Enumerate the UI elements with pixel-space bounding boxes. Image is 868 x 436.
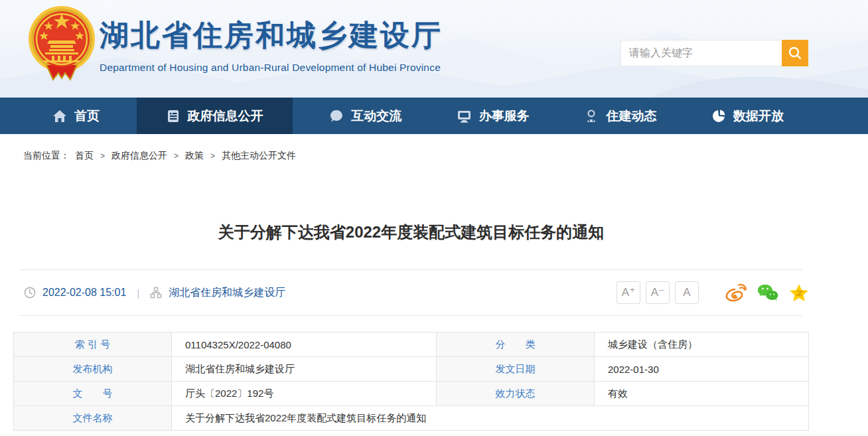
nav-item-home[interactable]: 首页 xyxy=(35,98,117,134)
nav-item-news[interactable]: 住建动态 xyxy=(566,98,674,134)
nav-item-label: 住建动态 xyxy=(606,108,656,125)
breadcrumb: 当前位置： 首页 > 政府信息公开 > 政策 > 其他主动公开文件 xyxy=(0,134,868,175)
site-subtitle: Department of Housing and Urban-Rural De… xyxy=(100,62,443,74)
search-icon xyxy=(788,46,802,60)
share-icons xyxy=(715,283,809,302)
article-source: 湖北省住房和城乡建设厅 xyxy=(169,286,285,300)
info-value-index-number: 01104325X/2022-04080 xyxy=(172,332,437,357)
info-label-index-number: 索 引 号 xyxy=(14,332,172,357)
table-row: 发布机构 湖北省住房和城乡建设厅 发文日期 2022-01-30 xyxy=(14,357,809,382)
search-button[interactable] xyxy=(782,40,808,66)
nav-item-interaction[interactable]: 互动交流 xyxy=(311,98,419,134)
info-label-issuing-agency: 发布机构 xyxy=(14,357,172,382)
meta-separator: | xyxy=(137,287,139,299)
nav-item-label: 首页 xyxy=(74,108,100,125)
info-value-doc-number: 厅头〔2022〕192号 xyxy=(172,382,437,406)
wechat-icon[interactable] xyxy=(757,283,778,302)
article-title: 关于分解下达我省2022年度装配式建筑目标任务的通知 xyxy=(13,222,809,243)
breadcrumb-item-other-docs[interactable]: 其他主动公开文件 xyxy=(222,150,296,162)
national-emblem-logo xyxy=(27,4,97,85)
nav-item-services[interactable]: 办事服务 xyxy=(439,98,547,134)
article-content: 关于分解下达我省2022年度装配式建筑目标任务的通知 2022-02-08 15… xyxy=(13,222,809,431)
info-label-validity-status: 效力状态 xyxy=(437,382,595,406)
search-input[interactable] xyxy=(620,40,782,66)
divider xyxy=(20,315,802,316)
site-header: 湖北省住房和城乡建设厅 Department of Housing and Ur… xyxy=(0,0,868,98)
weibo-icon[interactable] xyxy=(725,283,747,302)
person-badge-icon xyxy=(584,109,599,123)
breadcrumb-item-gov-info[interactable]: 政府信息公开 xyxy=(111,150,167,162)
article-meta-row: 2022-02-08 15:01 | 湖北省住房和城乡建设厅 A⁺ A⁻ A xyxy=(13,270,809,315)
breadcrumb-separator: > xyxy=(100,151,105,161)
pie-chart-icon xyxy=(711,109,726,123)
info-value-validity-status: 有效 xyxy=(595,382,809,406)
clock-icon xyxy=(24,287,36,299)
nav-item-open-data[interactable]: 数据开放 xyxy=(693,98,802,134)
nav-item-label: 政府信息公开 xyxy=(188,108,263,125)
info-value-issuing-agency: 湖北省住房和城乡建设厅 xyxy=(172,357,437,382)
breadcrumb-separator: > xyxy=(210,151,215,161)
info-value-category: 城乡建设（含住房） xyxy=(595,332,809,357)
nav-item-label: 互动交流 xyxy=(351,108,401,125)
home-icon xyxy=(52,109,67,123)
breadcrumb-item-policy[interactable]: 政策 xyxy=(185,150,204,162)
article-meta-right: A⁺ A⁻ A xyxy=(611,281,809,304)
nav-item-label: 数据开放 xyxy=(733,108,784,125)
site-title: 湖北省住房和城乡建设厅 xyxy=(100,16,443,55)
table-row: 文 号 厅头〔2022〕192号 效力状态 有效 xyxy=(14,382,809,406)
qzone-icon[interactable] xyxy=(789,283,809,302)
site-search xyxy=(620,40,808,66)
organization-icon xyxy=(150,287,162,299)
info-label-category: 分 类 xyxy=(437,332,595,357)
main-navigation: 首页 政府信息公开 互动交流 办事服务 住建 xyxy=(0,98,868,134)
breadcrumb-prefix: 当前位置： xyxy=(23,150,70,162)
font-increase-button[interactable]: A⁺ xyxy=(616,281,640,304)
document-info-table: 索 引 号 01104325X/2022-04080 分 类 城乡建设（含住房）… xyxy=(13,332,809,431)
nav-item-gov-info[interactable]: 政府信息公开 xyxy=(137,98,293,134)
chat-bubble-icon xyxy=(329,109,344,123)
font-reset-button[interactable]: A xyxy=(675,281,699,304)
article-meta-left: 2022-02-08 15:01 | 湖北省住房和城乡建设厅 xyxy=(24,286,285,300)
info-label-issue-date: 发文日期 xyxy=(437,357,595,382)
document-icon xyxy=(166,109,181,123)
info-label-doc-number: 文 号 xyxy=(14,382,172,406)
nav-item-label: 办事服务 xyxy=(479,108,530,125)
info-value-doc-title: 关于分解下达我省2022年度装配式建筑目标任务的通知 xyxy=(172,406,809,431)
breadcrumb-item-home[interactable]: 首页 xyxy=(75,150,94,162)
table-row: 索 引 号 01104325X/2022-04080 分 类 城乡建设（含住房） xyxy=(14,332,809,357)
info-value-issue-date: 2022-01-30 xyxy=(595,357,809,382)
info-label-doc-title: 文件名称 xyxy=(14,406,172,431)
breadcrumb-separator: > xyxy=(174,151,179,161)
font-decrease-button[interactable]: A⁻ xyxy=(646,281,670,304)
monitor-icon xyxy=(457,109,472,123)
publish-time: 2022-02-08 15:01 xyxy=(42,287,126,299)
table-row: 文件名称 关于分解下达我省2022年度装配式建筑目标任务的通知 xyxy=(14,406,809,431)
